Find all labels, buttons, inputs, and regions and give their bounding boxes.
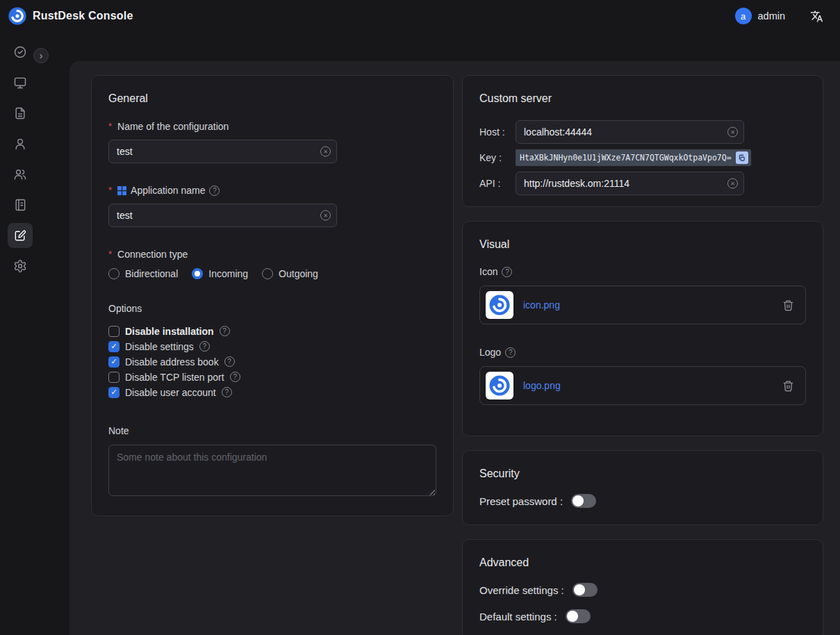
clear-icon[interactable]: ✕ <box>727 127 738 138</box>
default-settings-row: Default settings : <box>479 609 806 623</box>
host-field: ✕ <box>516 120 744 144</box>
radio-outgoing[interactable]: Outgoing <box>262 268 318 279</box>
monitor-icon <box>13 76 27 90</box>
logo-label-row: Logo ? <box>479 347 806 358</box>
language-translate-icon[interactable] <box>810 10 823 23</box>
icon-label: Icon <box>479 266 497 277</box>
sidebar-item-documents[interactable] <box>8 101 33 126</box>
default-settings-label: Default settings : <box>479 611 557 622</box>
options-label: Options <box>108 303 436 314</box>
security-card: Security Preset password : <box>462 450 823 525</box>
trash-icon[interactable] <box>782 380 794 392</box>
checkbox-icon[interactable]: ✓ <box>108 341 120 352</box>
logo-upload-box: logo.png <box>479 366 806 405</box>
sidebar-item-groups[interactable] <box>8 162 33 187</box>
general-title: General <box>108 92 436 105</box>
radio-bidirectional[interactable]: Bidirectional <box>108 268 178 279</box>
api-field: ✕ <box>516 172 744 195</box>
circle-check-icon <box>13 45 27 59</box>
sidebar-item-custom-clients[interactable] <box>8 223 33 248</box>
user-name[interactable]: admin <box>758 10 786 22</box>
host-row: Host : ✕ <box>479 120 806 144</box>
option-label: Disable TCP listen port <box>125 372 224 383</box>
option-label: Disable user account <box>125 387 216 398</box>
sidebar-expand-button[interactable]: › <box>33 48 49 63</box>
key-row: Key : HtaXBkJNHyn0e1U1jWXze7A7CN7QTGWqxk… <box>479 149 806 166</box>
config-name-input[interactable] <box>108 140 337 163</box>
trash-icon[interactable] <box>782 299 794 311</box>
key-value-box: HtaXBkJNHyn0e1U1jWXze7A7CN7QTGWqxkOtpaVp… <box>516 149 751 166</box>
checkbox-icon[interactable]: ✓ <box>108 356 120 368</box>
note-label: Note <box>108 425 436 436</box>
sidebar-item-settings[interactable] <box>8 254 33 279</box>
note-field <box>108 445 436 499</box>
default-settings-toggle[interactable] <box>566 609 591 623</box>
sidebar-item-dashboard[interactable] <box>8 40 33 65</box>
help-icon[interactable]: ? <box>505 347 516 358</box>
connection-type-label-row: * Connection type <box>108 248 436 261</box>
option-label: Disable address book <box>125 356 219 368</box>
config-name-label: Name of the configuration <box>117 121 229 132</box>
config-name-label-row: * Name of the configuration <box>108 120 436 133</box>
toggle-knob <box>574 584 585 595</box>
app-title: RustDesk Console <box>33 10 133 22</box>
app-header: RustDesk Console a admin <box>0 0 840 32</box>
sidebar-nav <box>0 32 40 635</box>
radio-dot-icon[interactable] <box>262 268 273 279</box>
checkbox-icon[interactable] <box>108 372 120 383</box>
help-icon[interactable]: ? <box>502 267 512 277</box>
key-value: HtaXBkJNHyn0e1U1jWXze7A7CN7QTGWqxkOtpaVp… <box>520 153 732 163</box>
help-icon[interactable]: ? <box>220 326 230 336</box>
help-icon[interactable]: ? <box>209 185 220 196</box>
advanced-card: Advanced Override settings : Default set… <box>462 539 823 635</box>
host-label: Host : <box>479 126 516 138</box>
api-input[interactable] <box>516 172 744 195</box>
advanced-title: Advanced <box>479 556 806 569</box>
sidebar-item-users[interactable] <box>8 131 33 156</box>
override-settings-label: Override settings : <box>479 584 564 596</box>
checkbox-icon[interactable]: ✓ <box>108 387 120 398</box>
preset-password-toggle[interactable] <box>571 494 596 508</box>
host-input[interactable] <box>516 120 744 144</box>
sidebar-item-devices[interactable] <box>8 70 33 95</box>
preset-password-row: Preset password : <box>479 494 806 508</box>
checkbox-icon[interactable] <box>108 326 120 337</box>
icon-upload-box: icon.png <box>479 286 806 324</box>
user-avatar[interactable]: a <box>735 8 752 24</box>
radio-label: Bidirectional <box>125 268 178 279</box>
sidebar-item-audit-log[interactable] <box>8 192 33 217</box>
left-column: General * Name of the configuration ✕ * … <box>91 75 454 516</box>
clear-icon[interactable]: ✕ <box>320 147 331 157</box>
logo-file-link[interactable]: logo.png <box>523 380 773 391</box>
toggle-knob <box>567 611 578 622</box>
visual-card: Visual Icon ? icon.png Logo ? <box>462 221 823 436</box>
edit-pencil-icon <box>13 229 27 242</box>
help-icon[interactable]: ? <box>222 387 232 397</box>
windows-logo-icon <box>117 186 126 195</box>
radio-dot-icon[interactable] <box>108 268 120 279</box>
note-textarea[interactable] <box>108 445 436 496</box>
general-card: General * Name of the configuration ✕ * … <box>91 75 454 516</box>
copy-icon[interactable] <box>736 151 748 164</box>
clear-icon[interactable]: ✕ <box>727 179 738 189</box>
app-name-input[interactable] <box>108 204 337 227</box>
override-settings-toggle[interactable] <box>573 583 598 597</box>
option-disable-address-book: ✓ Disable address book ? <box>108 354 436 370</box>
option-disable-installation: Disable installation ? <box>108 324 436 339</box>
config-name-field: ✕ <box>108 140 337 163</box>
radio-dot-icon[interactable] <box>192 268 203 279</box>
radio-label: Outgoing <box>279 268 318 279</box>
connection-type-label: Connection type <box>117 249 188 260</box>
option-label: Disable settings <box>125 341 194 352</box>
help-icon[interactable]: ? <box>199 341 210 352</box>
app-name-field: ✕ <box>108 204 337 227</box>
help-icon[interactable]: ? <box>224 356 235 367</box>
icon-file-link[interactable]: icon.png <box>523 299 773 311</box>
api-row: API : ✕ <box>479 172 806 195</box>
clear-icon[interactable]: ✕ <box>320 211 331 221</box>
radio-label: Incoming <box>208 268 248 279</box>
radio-incoming[interactable]: Incoming <box>192 268 248 279</box>
api-label: API : <box>479 178 516 189</box>
help-icon[interactable]: ? <box>230 372 240 382</box>
preset-password-label: Preset password : <box>479 495 563 507</box>
